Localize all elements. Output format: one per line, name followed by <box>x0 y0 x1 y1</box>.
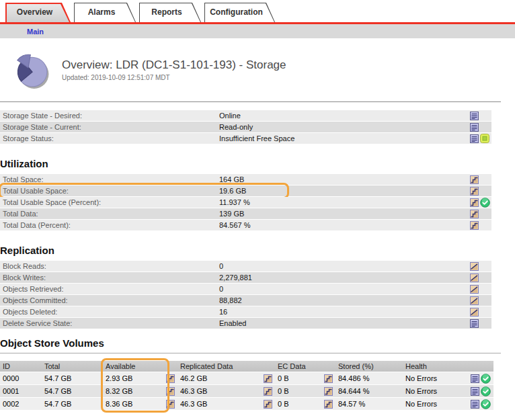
page-header: Overview: LDR (DC1-S1-101-193) - Storage… <box>9 49 515 91</box>
chart-step-icon[interactable] <box>166 387 175 396</box>
chart-step-icon[interactable] <box>166 400 175 409</box>
object-store-volumes-table: IDTotalAvailableReplicated DataEC DataSt… <box>0 361 493 410</box>
chart-trend-icon[interactable] <box>470 274 479 282</box>
chart-step-icon[interactable] <box>324 374 333 383</box>
attribute-icons <box>470 262 491 271</box>
cell-icons <box>166 400 175 409</box>
text-report-icon[interactable] <box>471 374 479 383</box>
tab-label: Overview <box>5 3 71 22</box>
table-cell: 46.2 GB <box>177 374 275 383</box>
chart-step-icon[interactable] <box>264 400 272 409</box>
tab-alarms[interactable]: Alarms <box>74 3 136 22</box>
attribute-row: Storage State - Desired:Online <box>0 110 491 121</box>
chart-step-icon[interactable] <box>166 374 175 383</box>
tab-configuration[interactable]: Configuration <box>204 3 275 22</box>
attribute-icons <box>470 274 491 282</box>
cell-value: 0 B <box>278 374 289 382</box>
attribute-row: Block Reads:0 <box>0 261 491 271</box>
attribute-value: 164 GB <box>219 175 470 183</box>
chart-step-icon[interactable] <box>264 387 272 396</box>
chart-trend-icon[interactable] <box>470 262 479 271</box>
chart-trend-icon[interactable] <box>470 285 479 294</box>
attribute-sections: UtilizationTotal Space:164 GBTotal Usabl… <box>0 158 515 329</box>
chart-step-icon[interactable] <box>264 374 272 383</box>
table-cell: 46.3 GB <box>177 387 275 396</box>
header-divider <box>0 101 501 102</box>
text-report-icon[interactable] <box>470 112 479 120</box>
cell-value: 46.3 GB <box>180 400 207 408</box>
cell-value: 2.93 GB <box>106 374 132 382</box>
chart-trend-icon[interactable] <box>470 308 479 317</box>
cell-icons <box>166 387 175 396</box>
attribute-icons <box>470 187 491 196</box>
breadcrumb-main-link[interactable]: Main <box>27 28 44 36</box>
pie-chart-icon <box>9 50 50 90</box>
cell-value: No Errors <box>405 374 437 382</box>
column-header-id: ID <box>0 362 42 370</box>
chart-step-icon[interactable] <box>470 198 479 207</box>
section-title: Utilization <box>0 158 515 169</box>
text-report-icon[interactable] <box>471 387 479 396</box>
cell-icons <box>324 374 333 383</box>
table-cell: No Errors <box>403 386 493 396</box>
attribute-row: Total Data (Percent):84.567 % <box>0 220 491 230</box>
chart-step-icon[interactable] <box>470 187 479 196</box>
cell-icons <box>471 374 491 384</box>
cell-value: 8.32 GB <box>106 387 132 395</box>
attribute-value: Insufficient Free Space <box>219 134 470 142</box>
tab-overview[interactable]: Overview <box>5 3 71 22</box>
text-report-icon[interactable] <box>470 134 479 143</box>
tab-reports[interactable]: Reports <box>139 3 201 22</box>
attribute-value: 139 GB <box>219 210 470 218</box>
table-cell: 0000 <box>0 374 42 382</box>
cell-icons <box>166 374 175 383</box>
table-cell: 54.7 GB <box>42 387 103 395</box>
column-header-replicated-data: Replicated Data <box>177 362 275 370</box>
attribute-icons <box>470 198 491 208</box>
table-cell: 0 B <box>275 387 335 396</box>
notice-led-icon <box>480 134 489 143</box>
table-cell: 2.93 GB <box>103 374 177 383</box>
attribute-icons <box>470 123 491 132</box>
chart-step-icon[interactable] <box>470 175 479 184</box>
table-cell: 0001 <box>0 387 42 395</box>
table-cell: 8.32 GB <box>103 387 177 396</box>
cell-value: 0 B <box>278 387 289 395</box>
attribute-icons <box>470 112 491 120</box>
cell-value: 46.3 GB <box>180 387 207 395</box>
cell-value: 0001 <box>3 387 19 395</box>
chart-trend-icon[interactable] <box>470 296 479 305</box>
table-cell: 0 B <box>275 400 335 409</box>
attribute-row: Total Data:139 GB <box>0 208 491 219</box>
cell-value: 54.7 GB <box>44 400 71 408</box>
attribute-label: Objects Retrieved: <box>3 285 219 293</box>
column-header-ec-data: EC Data <box>275 362 335 370</box>
attribute-icons <box>470 308 491 317</box>
attribute-value: 16 <box>219 308 470 316</box>
text-report-icon[interactable] <box>471 400 479 409</box>
page-title: Overview: LDR (DC1-S1-101-193) - Storage <box>62 58 286 72</box>
table-cell: 46.3 GB <box>177 400 275 409</box>
attribute-label: Total Space: <box>3 175 219 183</box>
attribute-value: Enabled <box>219 319 470 327</box>
table-cell: 54.7 GB <box>42 400 103 408</box>
text-report-icon[interactable] <box>470 319 479 328</box>
column-header-total: Total <box>42 362 103 370</box>
chart-step-icon[interactable] <box>324 387 333 396</box>
text-report-icon[interactable] <box>470 123 479 132</box>
cell-value: 54.7 GB <box>44 374 71 382</box>
chart-step-icon[interactable] <box>470 210 479 218</box>
attribute-label: Storage State - Current: <box>3 123 219 131</box>
attribute-row: Objects Retrieved:0 <box>0 284 491 294</box>
attribute-icons <box>470 319 491 328</box>
cell-value: 46.2 GB <box>180 374 207 382</box>
title-block: Overview: LDR (DC1-S1-101-193) - Storage… <box>62 58 286 81</box>
tab-label: Alarms <box>74 3 136 22</box>
attribute-row: Total Usable Space (Percent):11.937 % <box>0 197 491 208</box>
chart-step-icon[interactable] <box>324 400 333 409</box>
column-header-health: Health <box>403 362 493 370</box>
table-cell: 54.7 GB <box>42 374 103 382</box>
chart-step-icon[interactable] <box>470 221 479 230</box>
cell-value: 84.57 % <box>338 400 365 408</box>
attribute-value: 88,882 <box>219 296 470 304</box>
